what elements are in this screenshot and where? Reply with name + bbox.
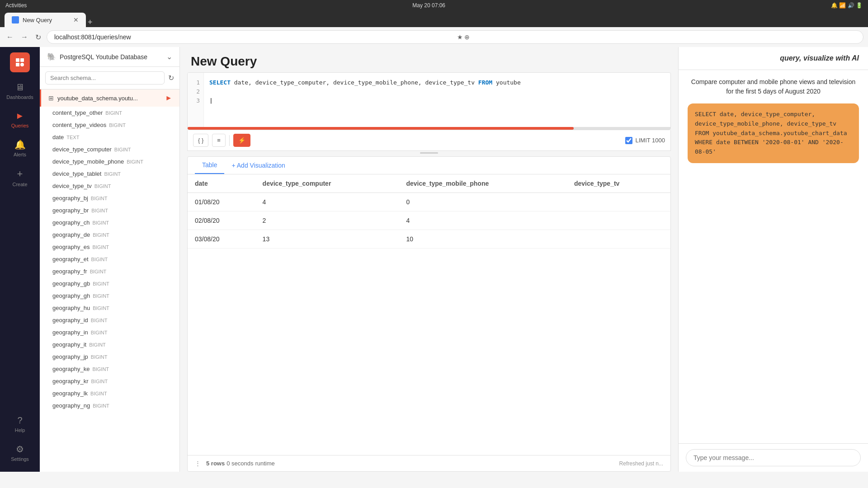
schema-field[interactable]: geography_huBIGINT xyxy=(40,302,179,314)
schema-field[interactable]: geography_bjBIGINT xyxy=(40,192,179,204)
schema-field[interactable]: geography_gbBIGINT xyxy=(40,277,179,290)
os-activities[interactable]: Activities xyxy=(5,2,27,9)
sidebar-item-queries[interactable]: ► Queries xyxy=(4,106,36,133)
table-header-row: date device_type_computer device_type_mo… xyxy=(188,174,670,193)
editor-text-area[interactable]: SELECT date, device_type_computer, devic… xyxy=(204,73,670,127)
browser-tab[interactable]: New Query ✕ xyxy=(5,13,86,27)
table-row: 01/08/20 4 0 xyxy=(188,193,670,211)
sidebar-item-create[interactable]: + Create xyxy=(4,164,36,192)
address-bar[interactable]: localhost:8081/queries/new ★ ⊕ xyxy=(47,30,863,44)
forward-button[interactable]: → xyxy=(19,31,30,43)
schema-field[interactable]: content_type_otherBIGINT xyxy=(40,107,179,119)
schema-field[interactable]: device_type_computerBIGINT xyxy=(40,143,179,155)
cell-computer: 13 xyxy=(255,230,399,249)
line-num-2: 2 xyxy=(191,87,200,96)
field-name: geography_ch xyxy=(52,219,90,226)
runtime-value: 0 seconds xyxy=(226,460,253,467)
browser-address-bar: ← → ↻ localhost:8081/queries/new ★ ⊕ xyxy=(0,27,868,47)
app-container: 🖥 Dashboards ► Queries 🔔 Alerts + Create… xyxy=(0,47,868,472)
field-name: date xyxy=(52,134,64,141)
field-type: BIGINT xyxy=(92,244,109,250)
field-name: geography_ng xyxy=(52,402,90,409)
line-num-3: 3 xyxy=(191,96,200,105)
editor-line-1: SELECT date, device_type_computer, devic… xyxy=(209,78,665,87)
results-body: 01/08/20 4 0 02/08/20 2 4 03/08/20 13 10 xyxy=(188,193,670,249)
field-name: geography_jp xyxy=(52,353,88,360)
schema-field[interactable]: geography_ghBIGINT xyxy=(40,290,179,302)
schema-field[interactable]: device_type_tvBIGINT xyxy=(40,180,179,192)
footer-menu-icon[interactable]: ⋮ xyxy=(195,460,201,467)
results-table: date device_type_computer device_type_mo… xyxy=(188,174,670,455)
sidebar-item-dashboards[interactable]: 🖥 Dashboards xyxy=(4,78,36,104)
col-date: date xyxy=(188,174,255,193)
schema-field[interactable]: geography_brBIGINT xyxy=(40,204,179,216)
cell-tv xyxy=(567,193,670,211)
indent-button[interactable]: ≡ xyxy=(212,134,226,147)
format-button[interactable]: { } xyxy=(193,134,208,147)
field-name: geography_br xyxy=(52,207,89,214)
svg-rect-2 xyxy=(16,63,19,66)
field-type: BIGINT xyxy=(93,305,109,311)
limit-checkbox[interactable] xyxy=(625,137,632,144)
schema-field[interactable]: geography_ngBIGINT xyxy=(40,399,179,412)
queries-icon: ► xyxy=(15,111,24,121)
schema-field[interactable]: geography_chBIGINT xyxy=(40,216,179,229)
field-name: device_type_mobile_phone xyxy=(52,158,124,165)
schema-field[interactable]: geography_inBIGINT xyxy=(40,326,179,338)
drag-handle[interactable] xyxy=(187,151,671,155)
tab-favicon xyxy=(12,16,19,23)
field-type: BIGINT xyxy=(93,281,109,286)
field-name: content_type_videos xyxy=(52,122,106,128)
field-name: geography_es xyxy=(52,244,90,250)
reload-button[interactable]: ↻ xyxy=(33,31,43,43)
add-visualization-button[interactable]: + Add Visualization xyxy=(224,157,292,174)
schema-field[interactable]: geography_etBIGINT xyxy=(40,253,179,265)
schema-field[interactable]: geography_deBIGINT xyxy=(40,229,179,241)
schema-field[interactable]: device_type_tabletBIGINT xyxy=(40,168,179,180)
schema-field[interactable]: geography_jpBIGINT xyxy=(40,351,179,363)
schema-field[interactable]: geography_itBIGINT xyxy=(40,338,179,351)
sidebar-item-help[interactable]: ? Help xyxy=(4,411,36,437)
schema-field[interactable]: geography_esBIGINT xyxy=(40,241,179,253)
db-selector[interactable]: 🐘 PostgreSQL Youtube Database ⌄ xyxy=(40,47,179,67)
schema-panel: 🐘 PostgreSQL Youtube Database ⌄ ↻ ⊞ yout… xyxy=(40,47,180,472)
editor-scrollbar[interactable] xyxy=(188,127,670,130)
sidebar-item-settings[interactable]: ⚙ Settings xyxy=(4,439,36,466)
schema-field[interactable]: device_type_mobile_phoneBIGINT xyxy=(40,155,179,168)
schema-field[interactable]: content_type_videosBIGINT xyxy=(40,119,179,131)
cell-tv xyxy=(567,211,670,230)
schema-table-header[interactable]: ⊞ youtube_data_schema.youtu... ► xyxy=(40,89,179,107)
tab-title: New Query xyxy=(23,17,70,23)
field-type: BIGINT xyxy=(91,354,108,360)
dashboards-icon: 🖥 xyxy=(15,82,24,93)
addr-icons: ★ ⊕ xyxy=(457,33,856,41)
cell-computer: 4 xyxy=(255,193,399,211)
editor-line-3: | xyxy=(209,96,665,105)
editor-line-2 xyxy=(209,87,665,96)
schema-field[interactable]: dateTEXT xyxy=(40,131,179,143)
schema-search-input[interactable] xyxy=(45,71,165,84)
field-type: BIGINT xyxy=(90,391,107,396)
field-name: geography_fr xyxy=(52,268,87,275)
new-tab-button[interactable]: + xyxy=(88,18,93,27)
svg-rect-0 xyxy=(16,58,19,62)
field-type: BIGINT xyxy=(93,403,109,408)
schema-field[interactable]: geography_lkBIGINT xyxy=(40,387,179,399)
url-text: localhost:8081/queries/new xyxy=(54,33,453,41)
run-button[interactable]: ⚡ xyxy=(233,134,250,147)
results-footer: ⋮ 5 rows 0 seconds runtime Refreshed jus… xyxy=(188,455,670,471)
schema-refresh-button[interactable]: ↻ xyxy=(168,74,174,82)
tab-table[interactable]: Table xyxy=(195,157,224,174)
back-button[interactable]: ← xyxy=(5,31,15,43)
field-name: geography_it xyxy=(52,341,86,348)
table-expand-icon: ► xyxy=(165,94,172,102)
tab-close-button[interactable]: ✕ xyxy=(73,16,79,23)
sidebar-item-alerts[interactable]: 🔔 Alerts xyxy=(4,135,36,162)
schema-field[interactable]: geography_idBIGINT xyxy=(40,314,179,326)
ai-message-input[interactable] xyxy=(686,449,861,466)
settings-icon: ⚙ xyxy=(16,444,24,455)
cell-computer: 2 xyxy=(255,211,399,230)
schema-field[interactable]: geography_keBIGINT xyxy=(40,363,179,375)
schema-field[interactable]: geography_frBIGINT xyxy=(40,265,179,277)
schema-field[interactable]: geography_krBIGINT xyxy=(40,375,179,387)
